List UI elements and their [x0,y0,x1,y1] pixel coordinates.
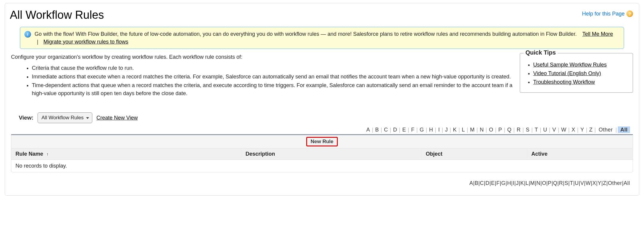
alpha-letter-Y[interactable]: Y [598,180,601,186]
alpha-letter-M[interactable]: M [530,180,535,186]
col-rule-name[interactable]: Rule Name ↑ [11,149,241,160]
intro-text: Configure your organization's workflow b… [11,53,513,61]
alpha-letter-O[interactable]: O [542,180,546,186]
table-button-row: New Rule [11,135,633,149]
alpha-letter-F[interactable]: F [410,127,416,133]
alpha-separator: | [594,127,597,133]
quick-tip-link[interactable]: Useful Sample Workflow Rules [533,62,607,68]
help-link[interactable]: Help for this Page ? [582,10,633,17]
alpha-letter-R[interactable]: R [559,180,563,186]
alpha-letter-G[interactable]: G [419,127,425,133]
view-select[interactable]: All Workflow Rules [38,112,92,123]
banner-text-container: Go with the flow! With Flow Builder, the… [35,30,620,46]
alpha-letter-W[interactable]: W [560,127,567,133]
alpha-filter-bottom: A|B|C|D|E|F|G|H|I|J|K|L|M|N|O|P|Q|R|S|T|… [11,180,633,186]
alpha-separator: | [494,127,497,133]
alpha-letter-V[interactable]: V [551,127,557,133]
help-label: Help for this Page [582,11,625,17]
alpha-letter-H[interactable]: H [507,180,511,186]
alpha-letter-J[interactable]: J [516,180,519,186]
alpha-other[interactable]: Other [597,127,615,133]
page-container: All Workflow Rules Help for this Page ? … [5,3,639,196]
alpha-letter-N[interactable]: N [479,127,485,133]
alpha-letter-A[interactable]: A [469,180,473,186]
alpha-letter-O[interactable]: O [488,127,494,133]
alpha-letter-R[interactable]: R [516,127,522,133]
alpha-separator: | [398,127,401,133]
intro-list-item: Criteria that cause the workflow rule to… [32,64,513,72]
alpha-letter-L[interactable]: L [461,127,466,133]
alpha-letter-D[interactable]: D [486,180,490,186]
alpha-letter-Z[interactable]: Z [603,180,606,186]
view-row: View: All Workflow Rules Create New View [19,112,625,123]
new-rule-button[interactable]: New Rule [306,137,338,146]
alpha-separator: | [576,127,579,133]
quick-tip-link[interactable]: Video Tutorial (English Only) [533,70,601,76]
alpha-letter-Y[interactable]: Y [579,127,585,133]
alpha-separator: | [434,127,437,133]
alpha-letter-P[interactable]: P [548,180,552,186]
alpha-letter-C[interactable]: C [383,127,389,133]
alpha-letter-Q[interactable]: Q [506,127,513,133]
alpha-letter-X[interactable]: X [571,127,576,133]
create-new-view-link[interactable]: Create New View [97,115,138,121]
page-title: All Workflow Rules [10,9,104,21]
alpha-separator: | [380,127,383,133]
alpha-letter-V[interactable]: V [580,180,584,186]
alpha-letter-E[interactable]: E [401,127,407,133]
alpha-letter-L[interactable]: L [525,180,529,186]
table-empty-row: No records to display. [11,160,633,172]
alpha-letter-K[interactable]: K [520,180,524,186]
alpha-all[interactable]: All [623,180,630,186]
alpha-separator: | [441,127,444,133]
alpha-letter-U[interactable]: U [575,180,579,186]
intro-list: Criteria that cause the workflow rule to… [32,64,513,98]
alpha-letter-U[interactable]: U [542,127,548,133]
quick-tips-title: Quick Tips [524,49,558,56]
alpha-letter-K[interactable]: K [452,127,458,133]
alpha-letter-W[interactable]: W [586,180,591,186]
rules-table: Rule Name ↑ Description Object Active No… [11,149,633,172]
alpha-separator: | [585,127,588,133]
banner-text: Go with the flow! With Flow Builder, the… [35,31,577,37]
view-selected: All Workflow Rules [41,115,83,121]
alpha-letter-I[interactable]: I [437,127,441,133]
alpha-letter-Q[interactable]: Q [553,180,558,186]
alpha-separator: | [389,127,392,133]
alpha-letter-S[interactable]: S [525,127,531,133]
alpha-letter-B[interactable]: B [475,180,478,186]
alpha-separator: | [503,127,506,133]
alpha-separator: | [531,127,534,133]
alpha-letter-M[interactable]: M [469,127,476,133]
alpha-letter-E[interactable]: E [491,180,495,186]
alpha-letter-X[interactable]: X [592,180,596,186]
help-icon: ? [626,10,633,17]
alpha-letter-P[interactable]: P [497,127,503,133]
col-object[interactable]: Object [421,149,527,160]
col-description[interactable]: Description [241,149,421,160]
alpha-separator: | [371,127,374,133]
alpha-separator: | [539,127,542,133]
alpha-letter-S[interactable]: S [564,180,568,186]
alpha-letter-F[interactable]: F [496,180,500,186]
alpha-letter-A[interactable]: A [365,127,371,133]
info-icon: i [24,31,31,38]
alpha-letter-T[interactable]: T [534,127,539,133]
col-active[interactable]: Active [527,149,633,160]
alpha-other[interactable]: Other [608,180,622,186]
alpha-letter-C[interactable]: C [480,180,484,186]
migrate-link[interactable]: Migrate your workflow rules to flows [43,39,128,45]
alpha-letter-G[interactable]: G [501,180,506,186]
alpha-letter-B[interactable]: B [374,127,380,133]
alpha-letter-J[interactable]: J [444,127,449,133]
alpha-letter-H[interactable]: H [428,127,434,133]
alpha-letter-N[interactable]: N [536,180,541,186]
quick-tip-link[interactable]: Troubleshooting Workflow [533,79,595,85]
alpha-letter-Z[interactable]: Z [588,127,594,133]
alpha-letter-D[interactable]: D [392,127,398,133]
alpha-letter-T[interactable]: T [570,180,573,186]
tell-me-more-link[interactable]: Tell Me More [582,31,613,37]
body-left: Configure your organization's workflow b… [11,53,513,102]
alpha-all[interactable]: All [618,126,630,133]
page-header: All Workflow Rules Help for this Page ? [11,9,633,21]
